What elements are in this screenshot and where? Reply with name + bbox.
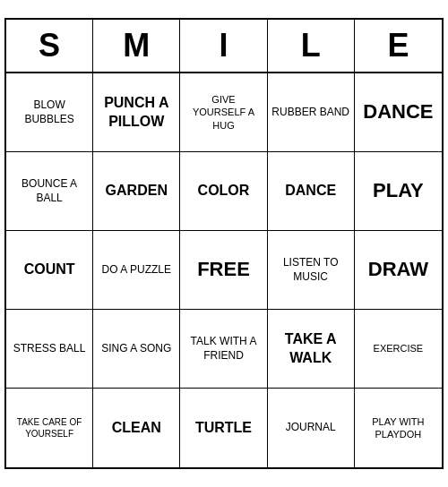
bingo-header: S M I L E [6,20,442,73]
cell-text-5: BOUNCE A BALL [10,177,89,205]
cell-text-10: COUNT [24,261,75,279]
bingo-cell-24: PLAY WITH PLAYDOH [355,389,442,467]
bingo-cell-4: DANCE [355,73,442,152]
bingo-cell-15: STRESS BALL [6,310,93,389]
cell-text-19: EXERCISE [374,342,424,355]
cell-text-21: CLEAN [112,419,161,438]
bingo-cell-9: PLAY [355,152,442,231]
bingo-cell-14: DRAW [355,231,442,310]
bingo-cell-23: JOURNAL [268,389,355,467]
bingo-cell-22: TURTLE [180,389,267,467]
bingo-cell-8: DANCE [268,152,355,231]
cell-text-16: SING A SONG [101,342,171,356]
cell-text-20: TAKE CARE OF YOURSELF [10,416,89,440]
cell-text-23: JOURNAL [286,421,336,435]
header-m: M [93,20,180,72]
cell-text-24: PLAY WITH PLAYDOH [358,415,438,441]
bingo-cell-6: GARDEN [93,152,180,231]
cell-text-12: FREE [197,257,250,283]
cell-text-15: STRESS BALL [13,342,86,356]
cell-text-22: TURTLE [195,419,252,438]
bingo-cell-7: COLOR [180,152,267,231]
cell-text-14: DRAW [368,257,428,283]
header-l: L [268,20,355,72]
bingo-cell-13: LISTEN TO MUSIC [268,231,355,310]
bingo-cell-5: BOUNCE A BALL [6,152,93,231]
cell-text-2: GIVE YOURSELF A HUG [184,93,263,132]
cell-text-3: RUBBER BAND [271,106,349,120]
bingo-cell-12: FREE [180,231,267,310]
bingo-cell-21: CLEAN [93,389,180,467]
cell-text-13: LISTEN TO MUSIC [271,256,350,284]
cell-text-7: COLOR [198,182,250,201]
bingo-cell-16: SING A SONG [93,310,180,389]
cell-text-17: TALK WITH A FRIEND [184,335,263,363]
cell-text-11: DO A PUZZLE [102,263,171,278]
cell-text-4: DANCE [363,99,433,125]
bingo-cell-20: TAKE CARE OF YOURSELF [6,389,93,467]
cell-text-18: TAKE A WALK [271,330,350,368]
cell-text-9: PLAY [373,178,424,204]
bingo-cell-11: DO A PUZZLE [93,231,180,310]
bingo-cell-1: PUNCH A PILLOW [93,73,180,152]
bingo-card: S M I L E BLOW BUBBLESPUNCH A PILLOWGIVE… [4,18,444,469]
bingo-cell-19: EXERCISE [355,310,442,389]
bingo-cell-18: TAKE A WALK [268,310,355,389]
cell-text-0: BLOW BUBBLES [10,98,89,126]
bingo-cell-0: BLOW BUBBLES [6,73,93,152]
cell-text-6: GARDEN [106,182,168,201]
cell-text-8: DANCE [285,182,336,201]
bingo-grid: BLOW BUBBLESPUNCH A PILLOWGIVE YOURSELF … [6,73,442,467]
cell-text-1: PUNCH A PILLOW [97,94,176,132]
header-s: S [6,20,93,72]
bingo-cell-3: RUBBER BAND [268,73,355,152]
bingo-cell-2: GIVE YOURSELF A HUG [180,73,267,152]
bingo-cell-10: COUNT [6,231,93,310]
header-i: I [180,20,267,72]
header-e: E [355,20,442,72]
bingo-cell-17: TALK WITH A FRIEND [180,310,267,389]
